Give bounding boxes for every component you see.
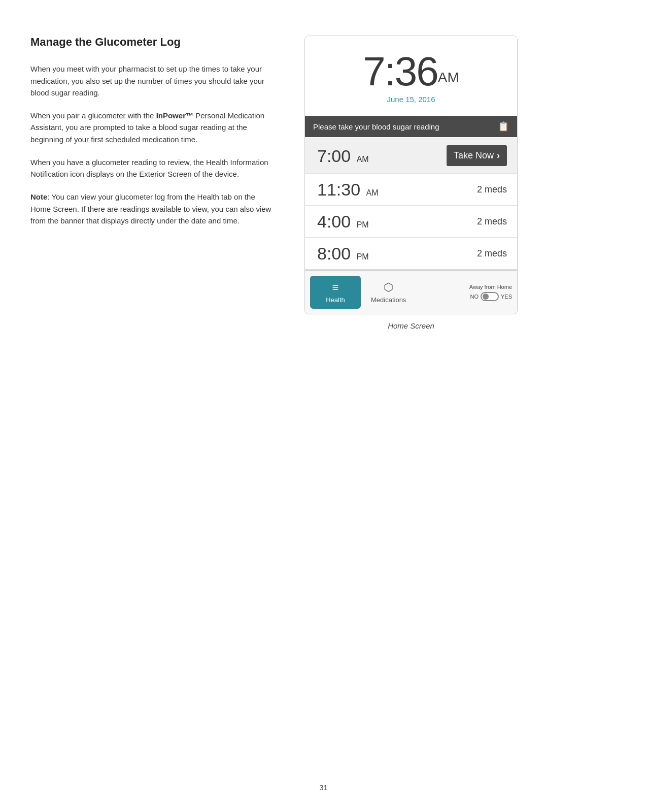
health-label: Health <box>326 296 345 304</box>
away-label: Away from Home <box>469 284 512 290</box>
time-cell-2: 11:30 AM <box>305 174 472 205</box>
note-label: Note <box>30 192 47 201</box>
toggle-switch[interactable] <box>481 292 499 301</box>
action-cell-1[interactable]: Take Now › <box>441 138 517 173</box>
glucometer-icon: 📋 <box>498 121 509 132</box>
time-cell-4: 8:00 PM <box>305 238 472 269</box>
paragraph-3: When you have a glucometer reading to re… <box>30 156 274 180</box>
take-now-label: Take Now <box>454 150 494 161</box>
date-display: June 15, 2016 <box>315 95 507 104</box>
toggle-row[interactable]: NO YES <box>470 292 512 301</box>
time-value-1: 7:00 <box>317 146 351 166</box>
page-title: Manage the Glucometer Log <box>30 36 274 49</box>
banner-text: Please take your blood sugar reading <box>313 122 439 131</box>
time-value-2: 11:30 <box>317 180 360 199</box>
chevron-right-icon: › <box>497 150 500 161</box>
action-cell-4: 2 meds <box>472 241 517 266</box>
right-column: 7:36AM June 15, 2016 Please take your bl… <box>294 30 528 330</box>
period-4: PM <box>357 252 369 261</box>
brand-name: InPower™ <box>156 111 193 120</box>
time-cell-1: 7:00 AM <box>305 140 441 172</box>
paragraph-2: When you pair a glucometer with the InPo… <box>30 110 274 145</box>
action-label-2: 2 meds <box>477 184 507 195</box>
page-number: 31 <box>319 783 328 792</box>
away-from-home-section: Away from Home NO YES <box>469 284 512 301</box>
period-2: AM <box>366 188 379 197</box>
note-paragraph: Note: You can view your glucometer log f… <box>30 191 274 226</box>
toggle-no-label: NO <box>470 294 479 300</box>
take-now-button[interactable]: Take Now › <box>447 145 507 166</box>
time-period: AM <box>438 70 459 85</box>
schedule-row-4[interactable]: 8:00 PM 2 meds <box>305 238 517 270</box>
toggle-yes-label: YES <box>501 294 512 300</box>
schedule-area: 7:00 AM Take Now › 11:30 AM <box>305 138 517 270</box>
paragraph-2-prefix: When you pair a glucometer with the <box>30 111 156 120</box>
schedule-row-1[interactable]: 7:00 AM Take Now › <box>305 138 517 174</box>
period-1: AM <box>357 155 369 164</box>
nav-tab-health[interactable]: ≡ Health <box>310 276 361 309</box>
time-display: 7:36AM June 15, 2016 <box>305 36 517 116</box>
action-cell-2: 2 meds <box>472 177 517 202</box>
caption: Home Screen <box>388 321 434 330</box>
time-value-3: 4:00 <box>317 212 351 231</box>
action-label-4: 2 meds <box>477 248 507 259</box>
schedule-row-3[interactable]: 4:00 PM 2 meds <box>305 206 517 238</box>
note-text: : You can view your glucometer log from … <box>30 192 271 225</box>
time-cell-3: 4:00 PM <box>305 206 472 237</box>
nav-tab-medications[interactable]: ⬡ Medications <box>361 276 416 309</box>
period-3: PM <box>357 220 369 229</box>
medications-icon: ⬡ <box>384 281 393 294</box>
left-column: Manage the Glucometer Log When you meet … <box>30 30 274 330</box>
time-digits: 7:36 <box>363 49 438 94</box>
time-large: 7:36AM <box>315 51 507 92</box>
schedule-row-2[interactable]: 11:30 AM 2 meds <box>305 174 517 206</box>
medications-label: Medications <box>371 296 406 304</box>
paragraph-1: When you meet with your pharmacist to se… <box>30 63 274 99</box>
action-cell-3: 2 meds <box>472 209 517 234</box>
action-label-3: 2 meds <box>477 216 507 227</box>
bottom-nav: ≡ Health ⬡ Medications Away from Home NO… <box>305 270 517 314</box>
device-mockup: 7:36AM June 15, 2016 Please take your bl… <box>304 36 518 314</box>
time-value-4: 8:00 <box>317 244 351 263</box>
health-icon: ≡ <box>332 281 339 294</box>
banner[interactable]: Please take your blood sugar reading 📋 <box>305 116 517 137</box>
